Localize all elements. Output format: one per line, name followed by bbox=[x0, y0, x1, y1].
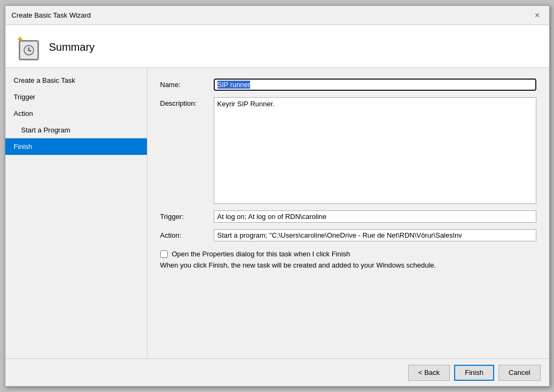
trigger-row: Trigger: At log on; At log on of RDN\car… bbox=[160, 210, 536, 223]
wizard-icon: ✦ bbox=[16, 35, 42, 60]
back-button[interactable]: < Back bbox=[408, 365, 450, 381]
sidebar-item-finish[interactable]: Finish bbox=[5, 138, 147, 155]
description-textarea[interactable]: Keyrir SIP Runner. bbox=[214, 97, 536, 204]
properties-dialog-checkbox-row: Open the Properties dialog for this task… bbox=[160, 250, 536, 258]
trigger-label: Trigger: bbox=[160, 210, 214, 221]
name-label: Name: bbox=[160, 79, 214, 89]
finish-button[interactable]: Finish bbox=[454, 365, 494, 381]
footer: < Back Finish Cancel bbox=[5, 358, 549, 386]
title-bar: Create Basic Task Wizard × bbox=[5, 6, 549, 25]
cancel-button[interactable]: Cancel bbox=[498, 365, 540, 381]
clock-icon bbox=[19, 40, 39, 60]
open-properties-label[interactable]: Open the Properties dialog for this task… bbox=[172, 250, 350, 258]
info-text: When you click Finish, the new task will… bbox=[160, 261, 536, 269]
name-input[interactable] bbox=[214, 79, 536, 91]
dialog-window: Create Basic Task Wizard × ✦ Summary Cre… bbox=[5, 5, 550, 387]
content-area: Create a Basic Task Trigger Action Start… bbox=[5, 68, 549, 358]
window-title: Create Basic Task Wizard bbox=[12, 11, 91, 19]
action-label: Action: bbox=[160, 229, 214, 239]
trigger-value: At log on; At log on of RDN\caroline bbox=[214, 210, 536, 223]
header-title: Summary bbox=[49, 41, 95, 53]
description-label: Description: bbox=[160, 97, 214, 107]
sidebar-item-start-program[interactable]: Start a Program bbox=[5, 122, 147, 138]
sidebar-item-trigger[interactable]: Trigger bbox=[5, 89, 147, 105]
clock-face-icon bbox=[22, 44, 35, 57]
sidebar-item-create-basic-task[interactable]: Create a Basic Task bbox=[5, 72, 147, 89]
svg-point-3 bbox=[28, 49, 29, 50]
sidebar-item-action[interactable]: Action bbox=[5, 105, 147, 122]
action-row: Action: Start a program; "C:\Users\carol… bbox=[160, 229, 536, 241]
action-value: Start a program; "C:\Users\caroline\OneD… bbox=[214, 229, 536, 241]
close-button[interactable]: × bbox=[532, 10, 543, 21]
sidebar: Create a Basic Task Trigger Action Start… bbox=[5, 68, 147, 358]
open-properties-checkbox[interactable] bbox=[160, 250, 168, 258]
description-row: Description: Keyrir SIP Runner. bbox=[160, 97, 536, 204]
name-row: Name: bbox=[160, 79, 536, 91]
main-content: Name: Description: Keyrir SIP Runner. Tr… bbox=[147, 68, 549, 358]
name-field-container bbox=[214, 79, 536, 91]
header-section: ✦ Summary bbox=[5, 25, 549, 68]
